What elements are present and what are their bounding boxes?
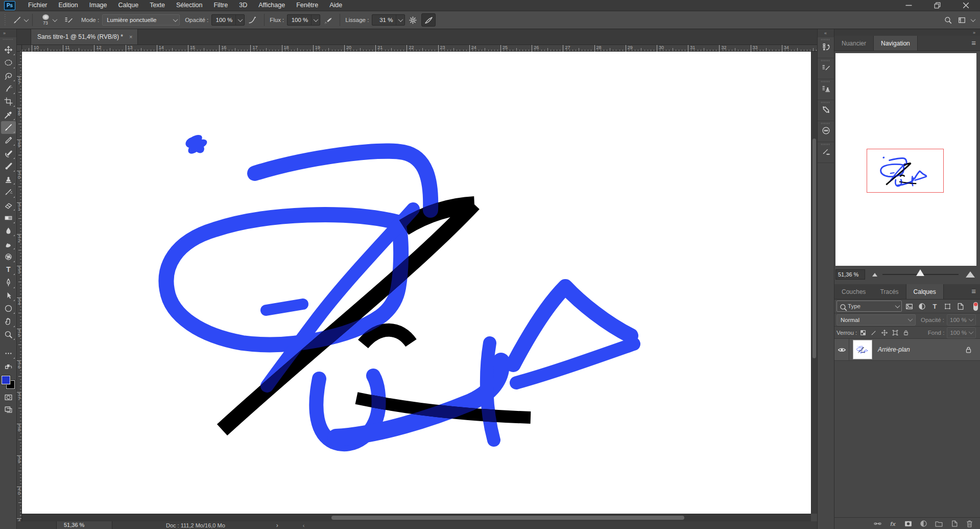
layer-name[interactable]: Arrière-plan	[878, 346, 910, 353]
blur-tool[interactable]	[1, 224, 16, 237]
filter-img-filter-button[interactable]	[903, 301, 915, 311]
layers-new-layer-button[interactable]	[950, 519, 959, 528]
pressure-size-toggle[interactable]	[421, 13, 436, 27]
panel-clone-source-button[interactable]	[818, 79, 834, 100]
layers-fx-button[interactable]: fx	[889, 519, 897, 528]
filter-shape-filter-button[interactable]	[942, 301, 953, 311]
workspace-switcher-button[interactable]	[958, 16, 966, 25]
panel-brushes-button[interactable]	[818, 142, 834, 163]
menu-filtre[interactable]: Filtre	[208, 0, 233, 11]
document-close-icon[interactable]: ×	[129, 34, 132, 40]
layers-trash-button[interactable]	[965, 519, 974, 528]
layer-blend-mode-select[interactable]: Normal	[836, 314, 916, 326]
tools-collapse-button[interactable]: »	[0, 29, 16, 37]
filter-adj-filter-button[interactable]	[916, 301, 927, 311]
lock-all-button[interactable]	[901, 328, 911, 337]
navigator-tab-navigation[interactable]: Navigation	[873, 36, 918, 51]
airbrush-button[interactable]	[321, 14, 334, 26]
mixer-brush-tool[interactable]	[1, 160, 16, 173]
horizontal-scrollbar-thumb[interactable]	[331, 516, 684, 520]
document-canvas[interactable]	[22, 52, 811, 514]
path-select-tool[interactable]	[1, 289, 16, 302]
menu-affichage[interactable]: Affichage	[253, 0, 291, 11]
eyedropper-tool[interactable]	[1, 108, 16, 121]
brush-preset-picker[interactable]: 73	[38, 13, 57, 27]
scroll-left-arrow[interactable]: ‹	[303, 522, 305, 528]
layers-mask-button[interactable]	[904, 519, 913, 528]
layers-adj-filter-button[interactable]	[919, 519, 928, 528]
lock-artboard-button[interactable]	[890, 328, 900, 337]
menu-texte[interactable]: Texte	[144, 0, 171, 11]
minimize-button[interactable]	[894, 0, 923, 11]
horizontal-scrollbar[interactable]	[22, 514, 811, 521]
layers-tab-calques[interactable]: Calques	[906, 284, 944, 299]
vertical-scrollbar-thumb[interactable]	[812, 139, 816, 358]
navigator-view-rectangle[interactable]	[867, 149, 944, 193]
healing-brush-tool[interactable]	[1, 186, 16, 198]
layer-visibility-toggle[interactable]	[834, 339, 849, 360]
tool-preset-chevron-icon[interactable]	[24, 17, 29, 22]
smoothing-options-gear-button[interactable]	[406, 14, 419, 26]
menu-fentre[interactable]: Fenêtre	[291, 0, 324, 11]
menu-calque[interactable]: Calque	[113, 0, 145, 11]
zoom-in-icon[interactable]	[966, 271, 975, 278]
tools-grip[interactable]	[0, 37, 16, 41]
quick-selection-tool[interactable]	[1, 82, 16, 95]
navigator-tab-nuancier[interactable]: Nuancier	[834, 36, 873, 51]
panel-cc-libraries-button[interactable]	[818, 121, 834, 142]
filter-smart-filter-button[interactable]	[954, 301, 966, 311]
navigator-proxy-area[interactable]	[867, 149, 944, 193]
quick-mask-button[interactable]	[4, 393, 13, 402]
lasso-tool[interactable]	[1, 70, 16, 82]
layers-link-button[interactable]	[873, 519, 882, 528]
opacity-field[interactable]: 100 %	[211, 14, 245, 26]
color-swatches[interactable]	[2, 376, 15, 389]
panel-brush-settings-button[interactable]	[818, 58, 834, 79]
current-tool-brush-icon[interactable]	[10, 14, 23, 26]
layer-filter-select[interactable]: Type	[836, 301, 902, 312]
gradient-tool[interactable]	[1, 212, 16, 224]
status-zoom-field[interactable]: 51,36 %	[56, 521, 112, 529]
options-grip[interactable]	[4, 14, 6, 26]
layer-row[interactable]: Arrière-plan	[834, 339, 980, 361]
menu-image[interactable]: Image	[84, 0, 113, 11]
lock-paint-button[interactable]	[869, 328, 878, 337]
smoothing-field[interactable]: 31 %	[372, 14, 405, 26]
navigator-zoom-slider[interactable]	[882, 274, 959, 275]
menu-fichier[interactable]: Fichier	[22, 0, 53, 11]
layer-thumbnail[interactable]	[853, 340, 872, 359]
clone-stamp-tool[interactable]	[1, 173, 16, 186]
sponge-tool[interactable]	[1, 250, 16, 263]
history-brush-tool[interactable]	[1, 147, 16, 159]
toggle-brush-settings-button[interactable]	[62, 14, 75, 26]
foreground-color-swatch[interactable]	[2, 376, 10, 384]
navigator-menu-icon[interactable]: ≡	[971, 38, 976, 47]
layer-lock-icon[interactable]	[964, 346, 973, 354]
rail-expand-button[interactable]: «	[818, 29, 834, 37]
pen-tool[interactable]	[1, 276, 16, 289]
menu-edition[interactable]: Edition	[53, 0, 84, 11]
menu-aide[interactable]: Aide	[324, 0, 348, 11]
vertical-ruler[interactable]: 272829303132333435363738394041	[17, 52, 22, 521]
filter-toggle-pill[interactable]	[973, 302, 978, 311]
menu-slection[interactable]: Sélection	[171, 0, 208, 11]
move-tool[interactable]	[1, 43, 16, 56]
close-button[interactable]	[951, 0, 980, 11]
type-tool[interactable]: T	[1, 263, 16, 276]
default-swap-colors-icon[interactable]	[4, 363, 13, 372]
filter-type-filter-button[interactable]: T	[929, 301, 940, 311]
panel-learn-button[interactable]	[818, 100, 834, 121]
layers-tab-tracs[interactable]: Tracés	[873, 284, 905, 299]
panel-collapse-button[interactable]: »	[834, 29, 980, 36]
navigator-zoom-value[interactable]: 51,36 %	[835, 269, 865, 280]
panel-history-button[interactable]	[818, 37, 834, 58]
search-button[interactable]	[944, 16, 952, 25]
pencil-tool[interactable]	[1, 134, 16, 147]
restore-button[interactable]	[923, 0, 951, 11]
ellipse-shape-tool[interactable]	[1, 302, 16, 315]
menu-3d[interactable]: 3D	[233, 0, 253, 11]
blend-mode-select[interactable]: Lumière ponctuelle	[102, 14, 180, 26]
navigator-zoom-thumb[interactable]	[916, 269, 924, 276]
more-tools-button[interactable]	[1, 347, 16, 360]
eraser-tool[interactable]	[1, 199, 16, 212]
